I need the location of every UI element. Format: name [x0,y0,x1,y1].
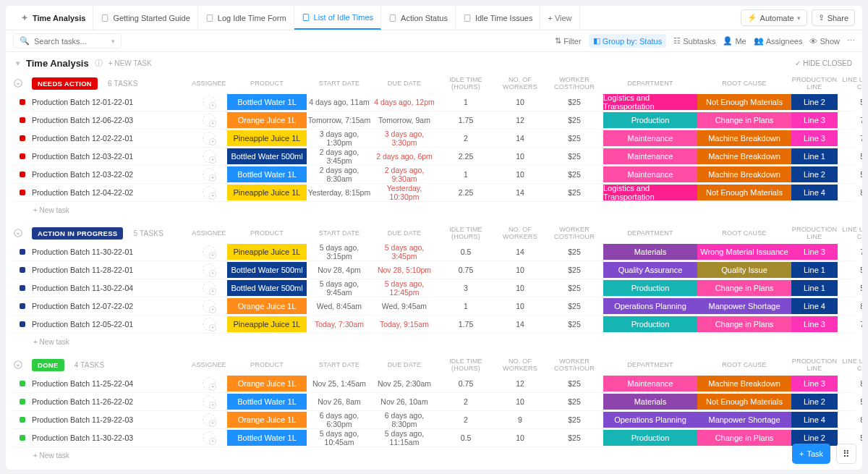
product-pill[interactable]: Orange Juice 1L [227,412,307,428]
status-square[interactable] [13,190,32,195]
root-cause-pill[interactable]: Manpower Shortage [697,412,791,428]
share-button[interactable]: ⇪ Share [812,9,855,26]
table-row[interactable]: Production Batch 12-07-22-02Orange Juice… [13,297,855,316]
collapse-icon[interactable] [13,358,25,371]
line-pill[interactable]: Line 3 [791,316,838,332]
root-cause-pill[interactable]: Machine Breakdown [697,130,791,146]
new-task-row[interactable]: + New task [13,447,855,460]
root-cause-pill[interactable]: Change in Plans [697,430,791,446]
table-row[interactable]: Production Batch 11-30-22-03Bottled Wate… [13,429,855,447]
due-date[interactable]: 2 days ago, 9:30am [372,166,437,183]
task-name[interactable]: Production Batch 12-03-22-01 [32,152,191,161]
line-pill[interactable]: Line 1 [791,280,838,296]
due-date[interactable]: Nov 26, 10am [372,397,437,406]
product-pill[interactable]: Orange Juice 1L [227,298,307,314]
department-pill[interactable]: Maintenance [603,130,697,146]
product-pill[interactable]: Pineapple Juice 1L [227,185,307,200]
line-pill[interactable]: Line 3 [791,130,838,146]
start-date[interactable]: 2 days ago, 8:30am [307,166,372,183]
table-row[interactable]: Production Batch 12-02-22-01Pineapple Ju… [13,130,855,148]
new-task-button[interactable]: + NEW TASK [109,59,152,67]
tab-idle-time-issues[interactable]: Idle Time Issues [456,6,540,30]
due-date[interactable]: 5 days ago, 12:45pm [372,279,437,297]
task-name[interactable]: Production Batch 12-01-22-01 [32,98,191,106]
due-date[interactable]: Today, 9:15am [372,320,437,329]
start-date[interactable]: Today, 7:30am [307,320,372,329]
task-name[interactable]: Production Batch 11-25-22-04 [32,379,191,388]
groupby-button[interactable]: ◧Group by: Status [589,34,667,48]
status-chip[interactable]: NEEDS ACTION [32,77,98,90]
assignee-button[interactable] [191,318,227,331]
root-cause-pill[interactable]: Machine Breakdown [697,166,791,182]
root-cause-pill[interactable]: Machine Breakdown [697,376,791,392]
task-name[interactable]: Production Batch 11-28-22-01 [32,266,191,274]
start-date[interactable]: 3 days ago, 1:30pm [307,130,372,147]
table-row[interactable]: Production Batch 12-03-22-01Bottled Wate… [13,148,855,166]
root-cause-pill[interactable]: Machine Breakdown [697,148,791,164]
status-square[interactable] [13,117,32,123]
root-cause-pill[interactable]: Quality Issue [697,262,791,278]
tab-action-status[interactable]: Action Status [381,6,456,30]
start-date[interactable]: Tomorrow, 7:15am [307,116,372,124]
start-date[interactable]: 2 days ago, 3:45pm [307,148,372,165]
tab-main[interactable]: Time Analysis [13,6,93,30]
status-square[interactable] [13,267,32,273]
table-row[interactable]: Production Batch 11-28-22-01Bottled Wate… [13,261,855,279]
start-date[interactable]: 5 days ago, 9:45am [307,279,372,297]
product-pill[interactable]: Bottled Water 1L [227,94,307,110]
start-date[interactable]: Nov 25, 1:45am [307,379,372,388]
task-name[interactable]: Production Batch 12-03-22-02 [32,170,191,179]
assignee-button[interactable] [191,263,227,276]
start-date[interactable]: Wed, 8:45am [307,302,372,310]
task-name[interactable]: Production Batch 11-30-22-04 [32,284,191,292]
table-row[interactable]: Production Batch 12-04-22-02Pineapple Ju… [13,184,855,202]
product-pill[interactable]: Pineapple Juice 1L [227,130,307,146]
collapse-icon[interactable] [13,227,25,240]
product-pill[interactable]: Orange Juice 1L [227,112,307,128]
due-date[interactable]: Tomorrow, 9am [372,116,437,124]
root-cause-pill[interactable]: Manpower Shortage [697,298,791,314]
hide-closed-toggle[interactable]: ✓ HIDE CLOSED [795,59,852,67]
product-pill[interactable]: Bottled Water 1L [227,166,307,182]
search-input[interactable]: 🔍 ▾ [13,33,122,48]
task-name[interactable]: Production Batch 12-06-22-03 [32,116,191,124]
line-pill[interactable]: Line 4 [791,298,838,314]
department-pill[interactable]: Quality Assurance [603,262,697,278]
line-pill[interactable]: Line 3 [791,244,838,260]
task-name[interactable]: Production Batch 11-29-22-03 [32,415,191,424]
start-date[interactable]: Nov 26, 8am [307,397,372,406]
task-name[interactable]: Production Batch 12-04-22-02 [32,188,191,197]
task-name[interactable]: Production Batch 12-05-22-01 [32,320,191,329]
start-date[interactable]: 5 days ago, 3:15pm [307,243,372,261]
status-square[interactable] [13,172,32,177]
assignee-button[interactable] [191,96,227,109]
line-pill[interactable]: Line 3 [791,112,838,128]
table-row[interactable]: Production Batch 12-05-22-01Pineapple Ju… [13,316,855,334]
task-name[interactable]: Production Batch 11-26-22-02 [32,397,191,406]
due-date[interactable]: Nov 25, 2:30am [372,379,437,388]
table-row[interactable]: Production Batch 11-26-22-02Bottled Wate… [13,393,855,411]
chevron-down-icon[interactable]: ▾ [16,59,20,68]
subtasks-button[interactable]: ☷Subtasks [673,36,715,46]
department-pill[interactable]: Production [603,280,697,296]
line-pill[interactable]: Line 3 [791,376,838,392]
tab-getting-started-guide[interactable]: Getting Started Guide [93,6,197,30]
status-square[interactable] [13,153,32,159]
assignee-button[interactable] [191,168,227,181]
tab-log-idle-time-form[interactable]: Log Idle Time Form [198,6,294,30]
root-cause-pill[interactable]: Wrong Material Issuance [697,244,791,260]
assignee-button[interactable] [191,114,227,127]
product-pill[interactable]: Pineapple Juice 1L [227,316,307,332]
task-name[interactable]: Production Batch 12-07-22-02 [32,302,191,310]
department-pill[interactable]: Materials [603,394,697,410]
department-pill[interactable]: Maintenance [603,376,697,392]
line-pill[interactable]: Line 1 [791,262,838,278]
task-name[interactable]: Production Batch 11-30-22-03 [32,433,191,442]
assignee-button[interactable] [191,245,227,258]
product-pill[interactable]: Bottled Water 500ml [227,280,307,296]
assignee-button[interactable] [191,186,227,199]
product-pill[interactable]: Bottled Water 1L [227,430,307,446]
root-cause-pill[interactable]: Change in Plans [697,280,791,296]
due-date[interactable]: 5 days ago, 3:45pm [372,243,437,261]
assignee-button[interactable] [191,132,227,145]
